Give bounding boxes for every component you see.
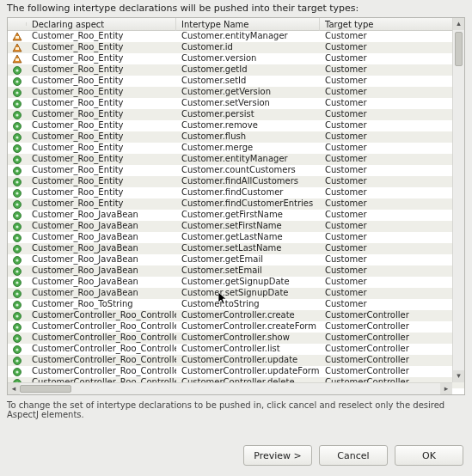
scroll-left-button[interactable]: ◂ (8, 383, 20, 394)
svg-point-13 (15, 102, 18, 105)
column-header-icon[interactable] (8, 22, 27, 26)
ok-button[interactable]: OK (395, 445, 463, 466)
method-icon (8, 211, 27, 221)
method-icon (8, 233, 27, 243)
column-header-declaring-aspect[interactable]: Declaring aspect (27, 18, 176, 31)
table-row[interactable]: Customer_Roo_EntityCustomer.removeCustom… (8, 120, 464, 131)
cell-declaring-aspect: Customer_Roo_JavaBean (27, 221, 176, 232)
cell-declaring-aspect: Customer_Roo_Entity (27, 64, 176, 76)
svg-point-21 (15, 147, 18, 150)
table-row[interactable]: Customer_Roo_EntityCustomer.mergeCustome… (8, 143, 464, 154)
table-row[interactable]: CustomerController_Roo_ControllerCustome… (8, 333, 464, 344)
cell-intertype-name: CustomerController.update (176, 355, 320, 366)
method-icon (8, 132, 27, 143)
method-icon (8, 121, 27, 131)
table-row[interactable]: Customer_Roo_EntityCustomer.getIdCustome… (8, 64, 464, 76)
method-icon (8, 255, 27, 265)
instruction-label: The following intertype declarations wil… (0, 0, 472, 17)
cell-target-type: Customer (320, 221, 464, 232)
table-row[interactable]: Customer_Roo_EntityCustomer.entityManage… (8, 31, 464, 42)
cell-declaring-aspect: Customer_Roo_Entity (27, 53, 176, 64)
cell-intertype-name: Customer.setEmail (176, 265, 320, 277)
scroll-up-button[interactable]: ▴ (453, 18, 464, 30)
method-icon (8, 65, 27, 76)
cell-intertype-name: Customer.toString (176, 299, 320, 310)
cell-intertype-name: CustomerController.list (176, 344, 320, 355)
cell-intertype-name: Customer.merge (176, 143, 320, 154)
table-row[interactable]: CustomerController_Roo_ControllerCustome… (8, 321, 464, 333)
table-row[interactable]: Customer_Roo_EntityCustomer.countCustome… (8, 165, 464, 176)
cancel-button[interactable]: Cancel (319, 445, 388, 466)
table-row[interactable]: CustomerController_Roo_ControllerCustome… (8, 310, 464, 321)
preview-button[interactable]: Preview > (243, 445, 312, 466)
cell-target-type: CustomerController (320, 355, 464, 366)
cell-declaring-aspect: Customer_Roo_Entity (27, 198, 176, 210)
horizontal-scrollbar[interactable]: ◂ ▸ (8, 382, 452, 394)
cell-intertype-name: Customer.getId (176, 64, 320, 76)
cell-target-type: Customer (320, 42, 464, 53)
cell-target-type: Customer (320, 109, 464, 120)
method-icon (8, 333, 27, 344)
svg-point-15 (15, 113, 18, 116)
vertical-scroll-thumb[interactable] (455, 32, 463, 66)
table-row[interactable]: Customer_Roo_JavaBeanCustomer.getEmailCu… (8, 254, 464, 265)
vertical-scrollbar[interactable]: ▴ ▾ (452, 18, 464, 382)
method-icon (8, 278, 27, 288)
table-row[interactable]: Customer_Roo_EntityCustomer.findCustomer… (8, 187, 464, 198)
table-row[interactable]: Customer_Roo_JavaBeanCustomer.setSignupD… (8, 288, 464, 299)
scroll-down-button[interactable]: ▾ (453, 370, 464, 382)
table-row[interactable]: Customer_Roo_EntityCustomer.findAllCusto… (8, 176, 464, 187)
method-icon (8, 76, 27, 87)
table-row[interactable]: CustomerController_Roo_ControllerCustome… (8, 366, 464, 377)
cell-declaring-aspect: Customer_Roo_JavaBean (27, 210, 176, 221)
svg-point-37 (15, 236, 18, 239)
cell-declaring-aspect: Customer_Roo_Entity (27, 98, 176, 109)
table-row[interactable]: CustomerController_Roo_ControllerCustome… (8, 355, 464, 366)
column-header-target-type[interactable]: Target type (320, 18, 464, 31)
cell-target-type: Customer (320, 299, 464, 310)
cell-target-type: Customer (320, 232, 464, 243)
svg-point-61 (15, 370, 18, 373)
table-row[interactable]: Customer_Roo_ToStringCustomer.toStringCu… (8, 299, 464, 310)
table-row[interactable]: Customer_Roo_JavaBeanCustomer.getFirstNa… (8, 210, 464, 221)
svg-point-25 (15, 169, 18, 172)
table-row[interactable]: Customer_Roo_JavaBeanCustomer.setLastNam… (8, 243, 464, 254)
svg-point-51 (15, 314, 18, 317)
table-row[interactable]: CustomerController_Roo_ControllerCustome… (8, 344, 464, 355)
cell-intertype-name: Customer.setVersion (176, 98, 320, 109)
cell-target-type: Customer (320, 53, 464, 64)
cell-intertype-name: Customer.findCustomerEntries (176, 198, 320, 210)
cell-declaring-aspect: Customer_Roo_Entity (27, 76, 176, 87)
table-row[interactable]: Customer_Roo_EntityCustomer.setIdCustome… (8, 76, 464, 87)
cell-declaring-aspect: CustomerController_Roo_Controller (27, 355, 176, 366)
table-row[interactable]: Customer_Roo_JavaBeanCustomer.setEmailCu… (8, 265, 464, 277)
table-row[interactable]: Customer_Roo_EntityCustomer.entityManage… (8, 154, 464, 165)
table-row[interactable]: Customer_Roo_JavaBeanCustomer.getLastNam… (8, 232, 464, 243)
svg-point-55 (15, 337, 18, 339)
method-icon (8, 222, 27, 232)
svg-point-19 (15, 136, 18, 138)
field-icon (8, 43, 27, 53)
table-row[interactable]: Customer_Roo_EntityCustomer.persistCusto… (8, 109, 464, 120)
column-header-intertype-name[interactable]: Intertype Name (176, 18, 320, 31)
method-icon (8, 311, 27, 321)
table-row[interactable]: Customer_Roo_EntityCustomer.getVersionCu… (8, 87, 464, 98)
cell-target-type: Customer (320, 87, 464, 98)
table-row[interactable]: Customer_Roo_EntityCustomer.setVersionCu… (8, 98, 464, 109)
table-row[interactable]: Customer_Roo_EntityCustomer.flushCustome… (8, 131, 464, 143)
cell-intertype-name: Customer.findCustomer (176, 187, 320, 198)
cell-declaring-aspect: Customer_Roo_Entity (27, 120, 176, 131)
table-row[interactable]: Customer_Roo_JavaBeanCustomer.setFirstNa… (8, 221, 464, 232)
table-row[interactable]: Customer_Roo_EntityCustomer.idCustomer (8, 42, 464, 53)
scroll-right-button[interactable]: ▸ (440, 383, 452, 394)
svg-rect-5 (15, 58, 19, 61)
cell-target-type: Customer (320, 265, 464, 277)
horizontal-scroll-thumb[interactable] (20, 385, 71, 393)
table-row[interactable]: Customer_Roo_JavaBeanCustomer.getSignupD… (8, 277, 464, 288)
table-body[interactable]: Customer_Roo_EntityCustomer.entityManage… (8, 31, 464, 394)
cell-intertype-name: Customer.persist (176, 109, 320, 120)
method-icon (8, 244, 27, 254)
svg-point-27 (15, 180, 18, 183)
table-row[interactable]: Customer_Roo_EntityCustomer.findCustomer… (8, 198, 464, 210)
table-row[interactable]: Customer_Roo_EntityCustomer.versionCusto… (8, 53, 464, 64)
